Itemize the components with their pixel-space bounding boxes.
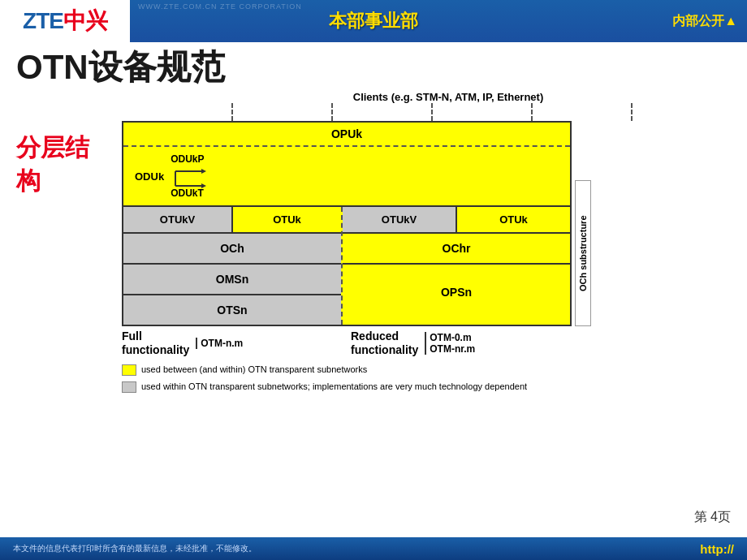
legend-yellow-text: used between (and within) OTN transparen… — [141, 364, 367, 375]
odukt-label: ODUkT — [171, 187, 204, 199]
diagram-area: Clients (e.g. STM-N, ATM, IP, Ethernet) … — [122, 91, 731, 393]
client-line-2 — [331, 103, 333, 121]
full-functionality-label: Full functionality — [122, 330, 189, 357]
otuk-right: OTUk — [457, 207, 570, 232]
otuk-row-left: OTUkV OTUk — [123, 207, 341, 234]
otsn-row: OTSn — [123, 295, 341, 325]
left-sub: OTUkV OTUk OCh OMSn OTSn — [123, 207, 343, 325]
footer-disclaimer: 本文件的信息代表打印时所含有的最新信息，未经批准，不能修改。 — [13, 543, 257, 554]
reduced-func-area: Reduced functionality OTM-0.m OTM-nr.m — [351, 330, 731, 357]
full-diagram: OPUk ODUk ODUkP — [122, 121, 572, 326]
page-number: 第 4页 — [694, 509, 731, 526]
page-title: OTN设备规范 — [16, 49, 731, 86]
right-sub: OTUkV OTUk OChr OPSn — [343, 207, 570, 325]
header-title: 本部事业部 — [329, 11, 418, 31]
och-substructure-label: OCh substructure — [575, 180, 591, 326]
section-label: 分层结构 — [16, 131, 106, 198]
otukv-right: OTUkV — [343, 207, 457, 232]
logo-area: ZTE中兴 — [0, 0, 130, 42]
reduced-functionality-label: Reduced functionality — [351, 330, 418, 357]
legend-gray-box — [122, 381, 136, 393]
ochr-row: OChr — [343, 234, 570, 265]
bottom-labels-area: Full functionality OTM-n.m Reduced funct… — [122, 330, 731, 357]
otm-nm-label: OTM-n.m — [196, 338, 243, 349]
client-line-5 — [631, 103, 633, 121]
oduk-arrow: ODUkP ODUkT — [171, 153, 209, 199]
client-line-3 — [431, 103, 433, 121]
opuk-row: OPUk — [123, 123, 570, 147]
svg-marker-3 — [201, 169, 206, 174]
legend-yellow-box — [122, 364, 136, 376]
diagram-wrapper: OPUk ODUk ODUkP — [122, 121, 731, 326]
legend-gray: used within OTN transparent subnetworks;… — [122, 381, 527, 393]
och-row: OCh — [123, 234, 341, 265]
footer-url: http:// — [700, 542, 734, 556]
zte-logo: ZTE中兴 — [23, 6, 107, 37]
clients-label: Clients (e.g. STM-N, ATM, IP, Ethernet) — [141, 91, 731, 103]
watermark: WWW.ZTE.COM.CN ZTE CORPORATION — [138, 2, 744, 11]
otukv-left: OTUkV — [123, 207, 233, 232]
legend-area: used between (and within) OTN transparen… — [122, 364, 731, 393]
full-func-area: Full functionality OTM-n.m — [122, 330, 341, 357]
omsn-row: OMSn — [123, 265, 341, 295]
otuk-left: OTUk — [233, 207, 341, 232]
client-line-1 — [231, 103, 233, 121]
otuk-row-right: OTUkV OTUk — [343, 207, 570, 234]
opsn-row: OPSn — [343, 265, 570, 320]
content-area: 分层结构 Clients (e.g. STM-N, ATM, IP, Ether… — [16, 91, 731, 393]
otm-0m-label: OTM-0.m OTM-nr.m — [425, 332, 475, 355]
main-content: OTN设备规范 分层结构 Clients (e.g. STM-N, ATM, I… — [0, 42, 747, 554]
legend-gray-text: used within OTN transparent subnetworks;… — [141, 381, 527, 392]
legend-items: used between (and within) OTN transparen… — [122, 364, 527, 393]
header-center: 本部事业部 — [130, 9, 617, 33]
left-label: 分层结构 — [16, 91, 106, 393]
oduk-row: ODUk ODUkP ODUkT — [123, 147, 570, 207]
header-badge: 内部公开▲ — [672, 14, 737, 28]
clients-area: Clients (e.g. STM-N, ATM, IP, Ethernet) — [133, 91, 731, 121]
odukp-label: ODUkP — [171, 153, 204, 165]
header-right: 内部公开▲ — [617, 13, 747, 30]
client-line-4 — [531, 103, 533, 121]
header: ZTE中兴 本部事业部 内部公开▲ WWW.ZTE.COM.CN ZTE COR… — [0, 0, 747, 42]
oduk-label: ODUk — [135, 170, 164, 183]
footer: 本文件的信息代表打印时所含有的最新信息，未经批准，不能修改。 http:// — [0, 537, 747, 560]
legend-yellow: used between (and within) OTN transparen… — [122, 364, 527, 376]
bottom-split: OTUkV OTUk OCh OMSn OTSn — [123, 207, 570, 325]
